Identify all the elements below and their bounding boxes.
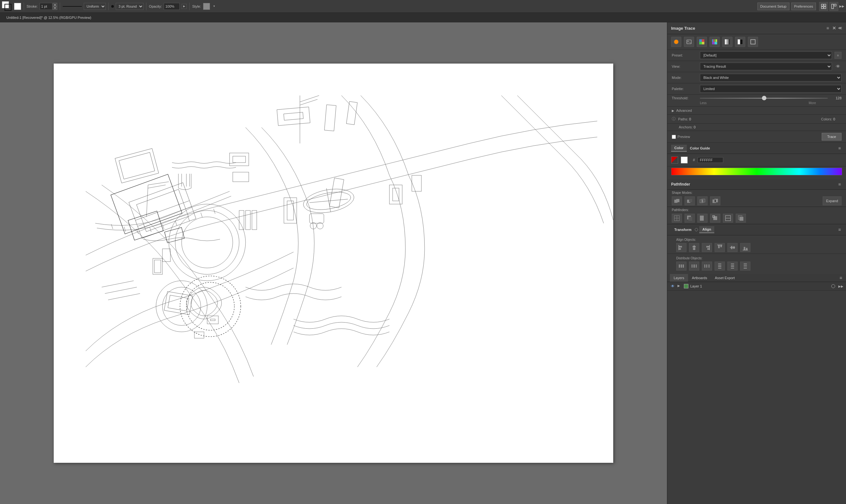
svg-rect-139 xyxy=(704,265,705,268)
preferences-button[interactable]: Preferences xyxy=(791,3,816,10)
view-select[interactable]: Tracing Result xyxy=(700,62,832,70)
opacity-label: Opacity: xyxy=(149,4,162,8)
preview-checkbox[interactable] xyxy=(672,135,676,139)
main-area: Image Trace ≡ ✕ ≪ xyxy=(0,22,846,504)
align-panel-menu-btn[interactable]: ≡ xyxy=(837,227,842,233)
right-panel: Image Trace ≡ ✕ ≪ xyxy=(667,22,846,504)
shape-mode-buttons: Expand xyxy=(667,195,846,206)
exclude-btn[interactable] xyxy=(710,196,720,205)
svg-point-72 xyxy=(674,40,678,44)
grayscale-preset-btn[interactable] xyxy=(722,37,732,47)
white-swatch[interactable] xyxy=(681,157,688,164)
advanced-row[interactable]: ▶ Advanced xyxy=(667,107,846,115)
color-panel-menu-btn[interactable]: ≡ xyxy=(837,145,842,151)
pathfinder-menu-btn[interactable]: ≡ xyxy=(837,181,842,187)
red-swatch[interactable] xyxy=(671,157,678,164)
stroke-type-select[interactable]: Uniform xyxy=(84,3,106,10)
expand-button[interactable]: Expand xyxy=(823,196,842,205)
artboards-tab[interactable]: Artboards xyxy=(688,274,711,282)
svg-rect-98 xyxy=(702,200,703,202)
align-left-btn[interactable] xyxy=(676,243,687,252)
threshold-slider[interactable] xyxy=(700,98,828,99)
layers-panel-menu-btn[interactable]: ≡ xyxy=(838,275,843,281)
dist-top-btn[interactable] xyxy=(714,262,725,271)
color-spacer xyxy=(667,177,846,179)
color-guide-tab[interactable]: Color Guide xyxy=(687,145,713,151)
bw-preset-btn[interactable] xyxy=(735,37,745,47)
3color-preset-btn[interactable] xyxy=(697,37,707,47)
svg-rect-108 xyxy=(700,218,704,221)
layer-1-target-circle[interactable] xyxy=(831,284,835,288)
layer-1-name[interactable]: Layer 1 xyxy=(690,284,829,288)
trace-button[interactable]: Trace xyxy=(822,133,842,141)
layers-tab[interactable]: Layers xyxy=(670,274,688,282)
align-center-h-btn[interactable] xyxy=(689,243,699,252)
svg-rect-86 xyxy=(726,39,727,44)
image-trace-menu-btn[interactable]: ≡ xyxy=(825,25,830,31)
align-right-btn[interactable] xyxy=(702,243,712,252)
style-color-box[interactable] xyxy=(203,3,210,10)
minus-front-btn[interactable] xyxy=(685,196,695,205)
canvas-frame xyxy=(54,64,613,463)
svg-rect-130 xyxy=(744,247,745,250)
threshold-value: 128 xyxy=(830,96,842,100)
preset-select[interactable]: [Default] xyxy=(700,51,832,59)
palette-select[interactable]: Limited xyxy=(700,85,842,93)
preset-menu-btn[interactable]: ≡ xyxy=(834,52,842,59)
auto-color-preset-btn[interactable] xyxy=(671,37,681,47)
unite-btn[interactable] xyxy=(672,196,682,205)
transform-tab[interactable]: Transform xyxy=(671,227,695,233)
canvas-area[interactable] xyxy=(0,22,667,504)
asset-export-tab[interactable]: Asset Export xyxy=(711,274,739,282)
svg-rect-82 xyxy=(716,39,717,42)
align-tab[interactable]: Align xyxy=(699,226,714,233)
document-tab[interactable]: Untitled-1 [Recovered]* @ 12.5% (RGB/GPU… xyxy=(3,14,94,21)
layer-1-lock-btn[interactable]: ▶▶ xyxy=(838,285,843,288)
mode-select[interactable]: Black and White xyxy=(700,74,842,82)
image-trace-close-btn[interactable]: ✕ xyxy=(832,25,836,31)
dist-center-v-btn[interactable] xyxy=(727,262,738,271)
align-top-btn[interactable] xyxy=(714,243,725,252)
align-bottom-btn[interactable] xyxy=(740,243,750,252)
outline-preset-btn[interactable] xyxy=(748,37,758,47)
stroke-swatch[interactable] xyxy=(4,4,12,11)
view-eye-btn[interactable]: 👁 xyxy=(834,63,842,70)
stroke-size-select[interactable]: 3 pt. Round xyxy=(116,3,143,10)
outline-btn[interactable] xyxy=(723,214,733,222)
hex-input[interactable] xyxy=(698,157,723,163)
intersect-btn[interactable] xyxy=(697,196,708,205)
image-trace-collapse-btn[interactable]: ≪ xyxy=(838,26,842,30)
color-tab[interactable]: Color xyxy=(671,145,687,152)
toolbar-expand-btn[interactable]: ▶▶ xyxy=(840,2,844,11)
dist-left-btn[interactable] xyxy=(676,262,687,271)
dist-right-btn[interactable] xyxy=(702,262,712,271)
align-center-v-btn[interactable] xyxy=(727,243,738,252)
divide-btn[interactable] xyxy=(672,214,682,222)
panel-icon[interactable] xyxy=(829,2,838,11)
color-spectrum[interactable] xyxy=(671,168,842,175)
merge-btn[interactable] xyxy=(697,214,708,222)
doc-setup-button[interactable]: Document Setup xyxy=(757,3,790,10)
crop-btn[interactable] xyxy=(710,214,720,222)
layer-1-expand-btn[interactable]: ▶ xyxy=(677,284,682,288)
stroke-color-box[interactable] xyxy=(14,3,21,10)
6color-preset-btn[interactable] xyxy=(709,37,720,47)
stroke-value-input[interactable] xyxy=(40,3,52,10)
preview-checkbox-label[interactable]: Preview xyxy=(672,135,690,139)
stroke-down-btn[interactable]: ▼ xyxy=(53,6,57,10)
stats-row: ⓘ Paths: 0 Colors: 0 xyxy=(667,115,846,124)
opacity-expand-btn[interactable]: ▶ xyxy=(182,4,187,9)
arrange-icon[interactable] xyxy=(819,2,828,11)
svg-rect-121 xyxy=(706,246,709,248)
style-expand-btn[interactable]: ▼ xyxy=(212,4,217,8)
trim-btn[interactable] xyxy=(685,214,695,222)
dist-bottom-btn[interactable] xyxy=(740,262,750,271)
minus-back-btn[interactable] xyxy=(736,214,746,222)
stroke-up-btn[interactable]: ▲ xyxy=(53,3,57,6)
dist-center-h-btn[interactable] xyxy=(689,262,699,271)
layer-1-visibility-btn[interactable]: 👁 xyxy=(670,283,676,289)
svg-rect-90 xyxy=(740,39,743,44)
svg-rect-124 xyxy=(718,245,720,248)
opacity-input[interactable] xyxy=(164,3,180,10)
photo-color-preset-btn[interactable] xyxy=(684,37,694,47)
